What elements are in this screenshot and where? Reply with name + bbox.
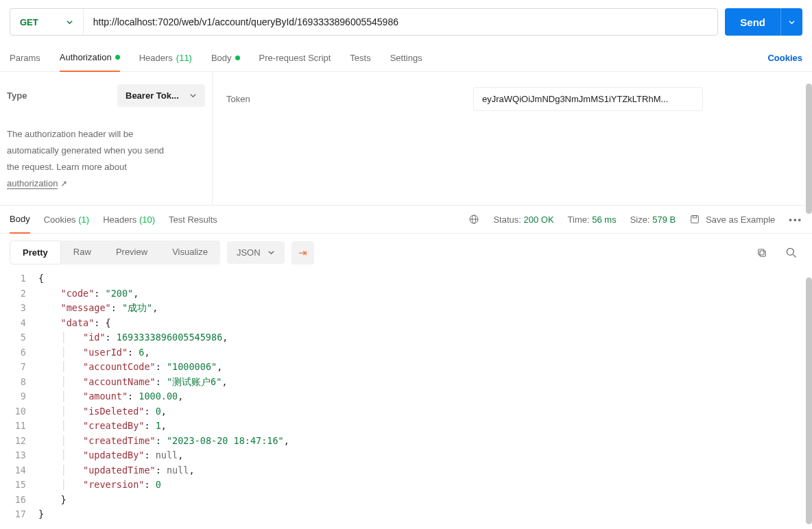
auth-help-text: The authorization header will be automat… — [7, 126, 205, 192]
view-pretty[interactable]: Pretty — [10, 241, 61, 264]
line-number: 17 — [0, 507, 38, 522]
size-meta: Size: 579 B — [630, 214, 676, 225]
code-content: "message": "成功", — [38, 301, 158, 316]
line-number: 4 — [0, 316, 38, 331]
authorization-panel: Type Bearer Tok... The authorization hea… — [0, 72, 812, 206]
line-number: 11 — [0, 419, 38, 434]
line-number: 2 — [0, 286, 38, 302]
resp-tab-body[interactable]: Body — [10, 206, 30, 234]
http-method-select[interactable]: GET — [10, 9, 84, 35]
tab-params[interactable]: Params — [10, 45, 40, 71]
chevron-down-icon — [788, 19, 796, 26]
tab-headers[interactable]: Headers (11) — [139, 45, 192, 71]
tab-prescript[interactable]: Pre-request Script — [259, 45, 331, 71]
auth-type-value: Bearer Tok... — [126, 90, 179, 101]
tab-settings[interactable]: Settings — [390, 45, 422, 71]
line-number: 16 — [0, 493, 38, 508]
json-line: 9 │ "amount": 1000.00, — [0, 389, 812, 404]
line-number: 7 — [0, 360, 38, 375]
json-response-viewer[interactable]: 1{2 "code": "200",3 "message": "成功",4 "d… — [0, 271, 812, 529]
code-content: │ "createdTime": "2023-08-20 18:47:16", — [38, 434, 289, 449]
format-select[interactable]: JSON — [227, 241, 285, 264]
json-line: 6 │ "userId": 6, — [0, 345, 812, 360]
line-number: 12 — [0, 434, 38, 449]
tab-headers-label: Headers — [139, 53, 173, 63]
json-line: 11 │ "createdBy": 1, — [0, 419, 812, 434]
cookies-link[interactable]: Cookies — [767, 53, 802, 63]
resp-tab-tests[interactable]: Test Results — [169, 206, 217, 233]
line-number: 13 — [0, 448, 38, 463]
send-button-group: Send — [725, 8, 802, 36]
send-button[interactable]: Send — [725, 8, 780, 36]
json-line: 3 "message": "成功", — [0, 301, 812, 316]
json-line: 15 │ "reversion": 0 — [0, 478, 812, 493]
json-line: 12 │ "createdTime": "2023-08-20 18:47:16… — [0, 434, 812, 449]
search-icon[interactable] — [785, 246, 798, 260]
code-content: │ "accountName": "测试账户6", — [38, 375, 228, 390]
line-number: 8 — [0, 375, 38, 390]
view-visualize[interactable]: Visualize — [160, 241, 220, 264]
line-number: 3 — [0, 301, 38, 316]
response-bar: Body Cookies (1) Headers (10) Test Resul… — [0, 206, 812, 234]
code-content: │ "isDeleted": 0, — [38, 404, 167, 419]
url-input[interactable] — [84, 16, 718, 27]
json-line: 5 │ "id": 1693333896005545986, — [0, 330, 812, 345]
json-line: 16 } — [0, 493, 812, 508]
line-number: 5 — [0, 330, 38, 345]
more-options-button[interactable]: ••• — [789, 214, 802, 225]
auth-type-label: Type — [7, 90, 27, 101]
tab-auth-label: Authorization — [60, 52, 112, 62]
tab-tests[interactable]: Tests — [350, 45, 370, 71]
wrap-icon: ⇥ — [298, 247, 307, 258]
auth-type-select[interactable]: Bearer Tok... — [117, 84, 205, 107]
scrollbar-auth-panel[interactable] — [806, 84, 812, 214]
time-meta: Time: 56 ms — [568, 214, 617, 225]
code-content: │ "id": 1693333896005545986, — [38, 330, 228, 345]
token-label: Token — [226, 94, 459, 104]
http-method-label: GET — [20, 17, 38, 27]
view-mode-tabs: Pretty Raw Preview Visualize — [10, 241, 220, 264]
chevron-down-icon — [267, 249, 275, 256]
send-dropdown[interactable] — [780, 8, 802, 36]
external-link-icon: ↗ — [60, 179, 67, 188]
tab-body[interactable]: Body — [211, 45, 240, 71]
token-input[interactable] — [473, 87, 703, 111]
view-raw[interactable]: Raw — [61, 241, 104, 264]
json-line: 8 │ "accountName": "测试账户6", — [0, 375, 812, 390]
code-content: "data": { — [38, 316, 111, 331]
json-line: 13 │ "updatedBy": null, — [0, 448, 812, 463]
method-url-group: GET — [10, 8, 718, 36]
view-preview[interactable]: Preview — [104, 241, 160, 264]
wrap-lines-button[interactable]: ⇥ — [291, 241, 314, 264]
resp-tab-headers[interactable]: Headers (10) — [103, 206, 155, 233]
json-line: 14 │ "updatedTime": null, — [0, 463, 812, 478]
viewer-bar: Pretty Raw Preview Visualize JSON ⇥ — [0, 234, 812, 271]
auth-left-column: Type Bearer Tok... The authorization hea… — [0, 72, 213, 205]
line-number: 6 — [0, 345, 38, 360]
code-content: │ "amount": 1000.00, — [38, 389, 183, 404]
authorization-docs-link[interactable]: authorization — [7, 178, 58, 189]
code-content: "code": "200", — [38, 286, 139, 302]
tab-authorization[interactable]: Authorization — [60, 44, 120, 72]
globe-icon[interactable] — [468, 214, 479, 225]
code-content: │ "createdBy": 1, — [38, 419, 167, 434]
auth-right-column: Token — [213, 72, 812, 205]
chevron-down-icon — [66, 19, 73, 26]
code-content: │ "userId": 6, — [38, 345, 150, 360]
svg-rect-6 — [759, 249, 764, 254]
json-line: 17} — [0, 507, 812, 522]
code-content: │ "reversion": 0 — [38, 478, 161, 493]
svg-line-8 — [793, 254, 796, 257]
resp-tab-cookies[interactable]: Cookies (1) — [44, 206, 89, 233]
line-number: 10 — [0, 404, 38, 419]
tab-body-label: Body — [211, 53, 232, 63]
json-line: 1{ — [0, 271, 812, 286]
copy-icon[interactable] — [756, 247, 768, 259]
save-as-example-button[interactable]: Save as Example — [689, 214, 775, 225]
code-content: { — [38, 271, 44, 286]
request-tabs: Params Authorization Headers (11) Body P… — [0, 44, 812, 72]
code-content: } — [38, 493, 67, 508]
json-line: 2 "code": "200", — [0, 286, 812, 302]
code-content: │ "updatedTime": null, — [38, 463, 195, 478]
scrollbar-json-viewer[interactable] — [806, 278, 812, 524]
